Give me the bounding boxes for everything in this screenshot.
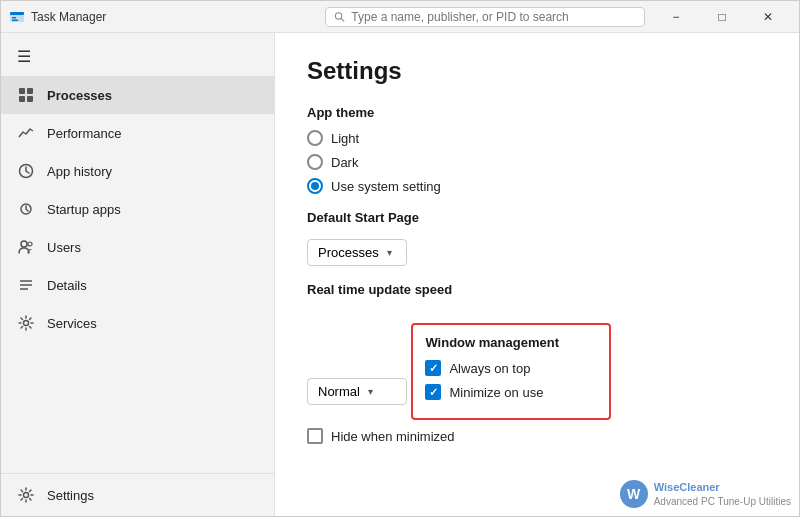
sidebar-label-services: Services: [47, 316, 97, 331]
app-title: Task Manager: [31, 10, 325, 24]
watermark-tagline: Advanced PC Tune-Up Utilities: [654, 495, 791, 508]
main-layout: ☰ Processes Performance: [1, 33, 799, 516]
performance-icon: [17, 124, 35, 142]
sidebar-label-startup-apps: Startup apps: [47, 202, 121, 217]
light-radio-circle: [307, 130, 323, 146]
app-theme-label: App theme: [307, 105, 767, 120]
always-on-top-option[interactable]: ✓ Always on top: [425, 360, 597, 376]
svg-line-5: [341, 18, 344, 21]
start-page-dropdown[interactable]: Processes ▾: [307, 239, 407, 266]
dark-label: Dark: [331, 155, 358, 170]
hide-when-minimized-checkbox: [307, 428, 323, 444]
sidebar-item-performance[interactable]: Performance: [1, 114, 274, 152]
app-icon: [9, 9, 25, 25]
sidebar-label-users: Users: [47, 240, 81, 255]
start-page-arrow: ▾: [387, 247, 392, 258]
svg-rect-7: [27, 88, 33, 94]
theme-light-option[interactable]: Light: [307, 130, 767, 146]
sidebar-item-services[interactable]: Services: [1, 304, 274, 342]
theme-dark-option[interactable]: Dark: [307, 154, 767, 170]
users-icon: [17, 238, 35, 256]
update-speed-value: Normal: [318, 384, 360, 399]
processes-icon: [17, 86, 35, 104]
always-on-top-check: ✓: [429, 363, 438, 374]
sidebar: ☰ Processes Performance: [1, 33, 275, 516]
window-management-box: Window management ✓ Always on top ✓ Mini…: [411, 323, 611, 420]
details-icon: [17, 276, 35, 294]
sidebar-label-processes: Processes: [47, 88, 112, 103]
always-on-top-checkbox: ✓: [425, 360, 441, 376]
update-speed-dropdown[interactable]: Normal ▾: [307, 378, 407, 405]
svg-point-17: [24, 321, 29, 326]
watermark-logo: W: [620, 480, 648, 508]
minimize-on-use-check: ✓: [429, 387, 438, 398]
watermark-text: WiseCleaner Advanced PC Tune-Up Utilitie…: [654, 480, 791, 507]
watermark: W WiseCleaner Advanced PC Tune-Up Utilit…: [620, 480, 791, 508]
watermark-brand: WiseCleaner: [654, 480, 791, 494]
svg-rect-6: [19, 88, 25, 94]
page-title: Settings: [307, 57, 767, 85]
svg-rect-3: [12, 19, 18, 21]
services-icon: [17, 314, 35, 332]
system-label: Use system setting: [331, 179, 441, 194]
minimize-on-use-checkbox: ✓: [425, 384, 441, 400]
svg-rect-1: [10, 12, 24, 15]
minimize-on-use-option[interactable]: ✓ Minimize on use: [425, 384, 597, 400]
hamburger-button[interactable]: ☰: [1, 37, 274, 76]
svg-point-12: [21, 241, 27, 247]
theme-system-option[interactable]: Use system setting: [307, 178, 767, 194]
update-speed-label: Real time update speed: [307, 282, 767, 297]
dark-radio-circle: [307, 154, 323, 170]
start-page-label: Default Start Page: [307, 210, 767, 225]
start-page-value: Processes: [318, 245, 379, 260]
minimize-button[interactable]: −: [653, 1, 699, 33]
svg-point-18: [24, 493, 29, 498]
svg-rect-8: [19, 96, 25, 102]
sidebar-label-performance: Performance: [47, 126, 121, 141]
sidebar-item-users[interactable]: Users: [1, 228, 274, 266]
sidebar-settings-button[interactable]: Settings: [1, 473, 274, 516]
search-icon: [334, 11, 345, 23]
title-bar: Task Manager − □ ✕: [1, 1, 799, 33]
close-button[interactable]: ✕: [745, 1, 791, 33]
sidebar-settings-label: Settings: [47, 488, 94, 503]
settings-content: Settings App theme Light Dark Use system…: [275, 33, 799, 516]
hide-when-minimized-label: Hide when minimized: [331, 429, 455, 444]
sidebar-item-details[interactable]: Details: [1, 266, 274, 304]
svg-point-13: [28, 242, 32, 246]
hide-when-minimized-option[interactable]: Hide when minimized: [307, 428, 767, 444]
light-label: Light: [331, 131, 359, 146]
window-controls: − □ ✕: [653, 1, 791, 33]
sidebar-item-app-history[interactable]: App history: [1, 152, 274, 190]
svg-rect-9: [27, 96, 33, 102]
search-input[interactable]: [351, 10, 636, 24]
startup-icon: [17, 200, 35, 218]
theme-radio-group: Light Dark Use system setting: [307, 130, 767, 194]
sidebar-item-startup-apps[interactable]: Startup apps: [1, 190, 274, 228]
settings-icon: [17, 486, 35, 504]
window-management-title: Window management: [425, 335, 597, 350]
system-radio-circle: [307, 178, 323, 194]
minimize-on-use-label: Minimize on use: [449, 385, 543, 400]
search-bar[interactable]: [325, 7, 645, 27]
svg-rect-2: [12, 17, 16, 19]
sidebar-label-app-history: App history: [47, 164, 112, 179]
maximize-button[interactable]: □: [699, 1, 745, 33]
always-on-top-label: Always on top: [449, 361, 530, 376]
app-history-icon: [17, 162, 35, 180]
update-speed-arrow: ▾: [368, 386, 373, 397]
sidebar-item-processes[interactable]: Processes: [1, 76, 274, 114]
sidebar-label-details: Details: [47, 278, 87, 293]
